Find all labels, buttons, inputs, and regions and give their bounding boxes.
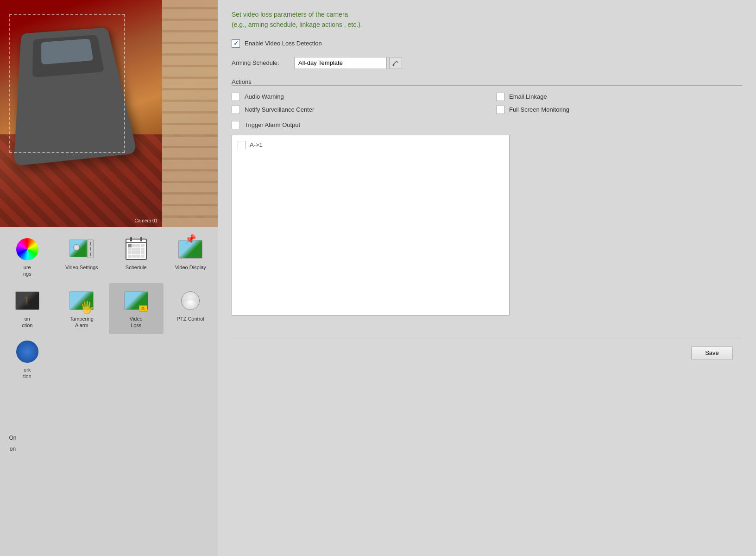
sidebar-item-video-display[interactable]: 📌 Video Display <box>164 232 218 283</box>
actions-section: Actions Audio Warning Email Linkage Noti… <box>232 78 742 325</box>
audio-warning-checkbox[interactable] <box>232 93 240 101</box>
left-panel: Camera 01 On on urengs <box>0 0 218 556</box>
color-wheel-icon <box>15 237 39 261</box>
video-loss-icon: ⚠ <box>124 289 148 313</box>
email-linkage-checkbox[interactable] <box>496 93 504 101</box>
svg-line-2 <box>397 61 398 63</box>
email-linkage-row: Email Linkage <box>496 93 742 101</box>
save-row: Save <box>232 346 742 360</box>
sidebar-item-video-loss[interactable]: ⚠ VideoLoss <box>109 283 164 335</box>
wall-texture <box>162 0 218 227</box>
motion-detection-label: onction <box>22 316 32 329</box>
full-screen-monitoring-label: Full Screen Monitoring <box>509 106 569 113</box>
network-label: orktion <box>23 366 32 380</box>
video-settings-icon <box>69 237 94 261</box>
right-panel: Set video loss parameters of the camera … <box>218 0 756 556</box>
arming-schedule-label: Arming Schedule: <box>232 59 287 66</box>
sidebar-item-video-settings[interactable]: Video Settings <box>55 232 109 283</box>
camera-feed: Camera 01 <box>0 0 218 227</box>
ptz-control-label: PTZ Control <box>177 316 204 322</box>
sidebar-item-motion-detection[interactable]: 🚶 onction <box>0 283 55 335</box>
trigger-alarm-label: Trigger Alarm Output <box>245 121 300 128</box>
sidebar-item-tampering-alarm[interactable]: 🖐 TamperingAlarm <box>55 283 109 335</box>
arming-schedule-value[interactable]: All-day Template <box>294 57 387 69</box>
edit-icon <box>392 60 399 66</box>
video-display-label: Video Display <box>175 264 206 271</box>
actions-grid: Audio Warning Email Linkage Notify Surve… <box>232 93 742 114</box>
actions-title: Actions <box>232 78 252 85</box>
network-icon <box>15 340 39 364</box>
full-screen-monitoring-checkbox[interactable] <box>496 106 504 114</box>
audio-warning-row: Audio Warning <box>232 93 478 101</box>
alarm-output-a1-label: A->1 <box>250 141 263 148</box>
save-button[interactable]: Save <box>691 346 733 360</box>
icon-grid: urengs Video Settings <box>0 227 218 556</box>
alarm-output-item: A->1 <box>236 139 505 151</box>
enable-label: Enable Video Loss Detection <box>245 40 322 47</box>
on-label-2: on <box>10 446 16 452</box>
arming-schedule-edit-button[interactable] <box>389 57 402 69</box>
schedule-label: Schedule <box>126 264 147 271</box>
bottom-divider <box>232 339 742 339</box>
description-line2: (e.g., arming schedule, linkage actions … <box>232 19 742 30</box>
svg-line-1 <box>393 61 397 65</box>
description-text: Set video loss parameters of the camera … <box>232 9 742 30</box>
video-display-icon: 📌 <box>178 237 202 261</box>
detection-box <box>9 14 125 153</box>
enable-checkbox[interactable] <box>232 39 240 48</box>
email-linkage-label: Email Linkage <box>509 93 547 100</box>
video-settings-label: Video Settings <box>65 264 98 271</box>
arming-schedule-select: All-day Template <box>294 57 402 69</box>
sidebar-item-ptz-control[interactable]: PTZ Control <box>164 283 218 335</box>
trigger-alarm-checkbox[interactable] <box>232 121 240 129</box>
trigger-alarm-row: Trigger Alarm Output <box>232 121 742 129</box>
notify-surveillance-label: Notify Surveillance Center <box>245 106 314 113</box>
actions-divider <box>232 85 742 86</box>
tampering-alarm-icon: 🖐 <box>69 289 94 313</box>
motion-detection-icon: 🚶 <box>15 289 39 313</box>
schedule-icon <box>124 237 148 261</box>
alarm-output-box: A->1 <box>232 135 510 316</box>
alarm-output-a1-checkbox[interactable] <box>238 141 246 149</box>
on-label-1: On <box>9 435 16 441</box>
full-screen-monitoring-row: Full Screen Monitoring <box>496 106 742 114</box>
notify-surveillance-checkbox[interactable] <box>232 106 240 114</box>
camera-timestamp: Camera 01 <box>135 218 158 223</box>
notify-surveillance-row: Notify Surveillance Center <box>232 106 478 114</box>
enable-row: Enable Video Loss Detection <box>232 39 742 48</box>
tampering-alarm-label: TamperingAlarm <box>70 316 94 329</box>
video-loss-label: VideoLoss <box>130 316 143 329</box>
sidebar-item-color-settings[interactable]: urengs <box>0 232 55 283</box>
description-line1: Set video loss parameters of the camera <box>232 9 742 19</box>
sidebar-item-schedule[interactable]: Schedule <box>109 232 164 283</box>
sidebar-item-network[interactable]: orktion <box>0 334 55 385</box>
arming-schedule-row: Arming Schedule: All-day Template <box>232 57 742 69</box>
ptz-control-icon <box>178 289 202 313</box>
color-settings-label: urengs <box>23 264 32 278</box>
audio-warning-label: Audio Warning <box>245 93 284 100</box>
